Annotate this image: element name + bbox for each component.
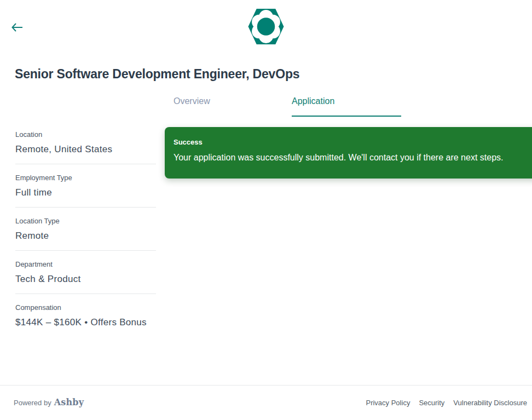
divider — [15, 294, 156, 294]
detail-value: Full time — [15, 187, 156, 199]
vulnerability-disclosure-link[interactable]: Vulnerability Disclosure — [453, 399, 527, 407]
detail-value: Remote — [15, 230, 156, 242]
detail-label: Compensation — [15, 303, 156, 312]
hexagon-emblem-icon — [247, 8, 285, 45]
detail-compensation: Compensation $144K – $160K • Offers Bonu… — [15, 303, 156, 329]
powered-by-label: Powered by — [14, 399, 51, 407]
privacy-policy-link[interactable]: Privacy Policy — [366, 399, 410, 407]
detail-label: Location — [15, 130, 156, 139]
detail-value: Tech & Product — [15, 273, 156, 285]
company-logo — [247, 8, 285, 48]
detail-location: Location Remote, United States — [15, 130, 156, 164]
detail-employment-type: Employment Type Full time — [15, 174, 156, 208]
footer-links: Privacy Policy Security Vulnerability Di… — [366, 399, 527, 407]
security-link[interactable]: Security — [419, 399, 444, 407]
detail-value: Remote, United States — [15, 143, 156, 156]
tab-overview[interactable]: Overview — [174, 96, 283, 117]
job-details-sidebar: Location Remote, United States Employmen… — [0, 83, 165, 385]
detail-department: Department Tech & Product — [15, 260, 156, 294]
detail-label: Employment Type — [15, 174, 156, 182]
detail-value: $144K – $160K • Offers Bonus — [15, 317, 156, 329]
main-content: Location Remote, United States Employmen… — [0, 83, 532, 385]
footer: Powered by Ashby Privacy Policy Security… — [0, 385, 532, 420]
tab-application[interactable]: Application — [292, 96, 401, 117]
divider — [15, 207, 156, 208]
detail-label: Department — [15, 260, 156, 269]
ashby-brand-link[interactable]: Ashby — [54, 397, 84, 407]
success-banner-message: Your application was successfully submit… — [174, 151, 524, 164]
detail-location-type: Location Type Remote — [15, 217, 156, 251]
header — [0, 0, 532, 55]
back-button[interactable] — [11, 22, 25, 33]
divider — [15, 164, 156, 164]
divider — [15, 250, 156, 251]
content-area: Overview Application Success Your applic… — [165, 83, 532, 385]
success-banner-title: Success — [174, 138, 527, 147]
success-banner: Success Your application was successfull… — [165, 127, 532, 179]
tab-bar: Overview Application — [174, 96, 532, 117]
page-title: Senior Software Development Engineer, De… — [15, 65, 532, 83]
back-arrow-icon — [11, 23, 23, 32]
detail-label: Location Type — [15, 217, 156, 226]
